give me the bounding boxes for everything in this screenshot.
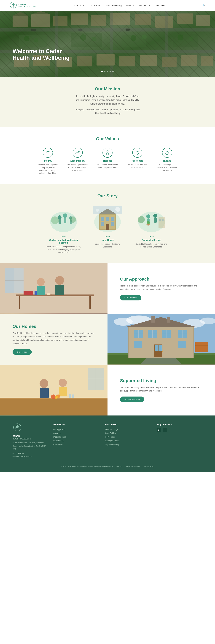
footer-social-heading: Stay Connected — [157, 423, 202, 426]
passionate-icon — [132, 148, 142, 158]
homes-heading: Our Homes — [13, 324, 95, 329]
value-integrity: Integrity We have a strong moral compass… — [37, 148, 59, 174]
svg-point-68 — [108, 227, 109, 228]
svg-point-147 — [59, 379, 67, 387]
footer-bottom: © 2025 Cedar Health & Wellbeing Limited.… — [13, 463, 202, 467]
story-title-1: Cedar Health & Wellbeing Formed — [46, 239, 81, 244]
svg-point-145 — [40, 379, 48, 388]
svg-rect-64 — [111, 217, 114, 221]
respect-title: Respect — [97, 160, 118, 162]
homes-section: Our Homes Our Residential Services provi… — [0, 314, 215, 365]
facebook-icon[interactable]: f — [163, 428, 167, 432]
svg-rect-62 — [101, 217, 104, 221]
footer-phone: 01772 434280 — [13, 452, 47, 455]
story-item-3: 2023 Supported Living Started to Support… — [134, 206, 169, 254]
hero-dot-5[interactable] — [112, 71, 114, 72]
svg-point-57 — [51, 216, 59, 224]
svg-rect-83 — [162, 219, 163, 221]
footer-link-grey-gables: Grey Gables — [105, 432, 151, 434]
nav-about-us[interactable]: About Us — [126, 4, 134, 7]
supported-image — [0, 365, 108, 416]
story-title-3: Supported Living — [134, 239, 169, 241]
approach-image-inner — [0, 263, 108, 314]
footer-link-supported: Supported Living — [105, 443, 151, 446]
respect-icon — [102, 148, 113, 158]
svg-point-95 — [37, 278, 45, 286]
footer-brand-name: CEDAR — [13, 435, 47, 437]
svg-rect-152 — [69, 394, 71, 398]
mission-section: Our Mission To provide the highest quali… — [0, 77, 215, 127]
nurture-desc: We encourage and believe in improvement … — [156, 163, 178, 172]
footer-link-work: Work For Us — [53, 439, 99, 442]
story-title-2: Holly House — [90, 239, 125, 241]
value-passionate: Passionate We are driven by a love for w… — [126, 148, 148, 174]
svg-point-135 — [162, 351, 163, 352]
svg-rect-80 — [154, 218, 157, 223]
footer-who-links: Our Approach About Us Meet The Team Work… — [53, 428, 99, 446]
nav-contact-us[interactable]: Contact Us — [155, 4, 165, 7]
supported-section: Supported Living Our Supported Living Se… — [0, 365, 215, 416]
svg-rect-54 — [64, 218, 66, 223]
svg-rect-89 — [0, 263, 108, 313]
story-year-3: 2023 — [134, 236, 169, 238]
svg-rect-52 — [59, 219, 61, 224]
hero-dot-3[interactable] — [107, 71, 108, 72]
hero-dot-1[interactable] — [101, 71, 103, 72]
hero-pagination — [101, 71, 114, 72]
logo[interactable]: CEDAR HEALTH & WELLBEING — [10, 2, 37, 10]
homes-desc: Our Residential Services provide housing… — [13, 332, 95, 345]
svg-point-97 — [55, 276, 64, 285]
supported-button[interactable]: Supported Living — [120, 396, 144, 402]
footer-copyright: © 2025 Cedar Health & Wellbeing Limited.… — [61, 466, 122, 467]
passionate-title: Passionate — [126, 160, 148, 162]
approach-button[interactable]: Our Approach — [120, 295, 141, 300]
footer-privacy[interactable]: Privacy Policy — [144, 466, 154, 467]
svg-point-72 — [96, 208, 99, 212]
search-icon[interactable]: 🔍 — [202, 4, 205, 7]
mission-para-2: To support people to reach their full po… — [75, 108, 140, 115]
logo-name: CEDAR — [19, 4, 37, 6]
value-accountability: Accountability We encourage everyone to … — [67, 148, 89, 174]
story-item-1: 2021 Cedar Health & Wellbeing Formed By … — [46, 206, 81, 254]
approach-desc: From our initial assessment and througho… — [120, 284, 202, 291]
story-item-2: 2022 Holly House Opened in Rishton, Hynd… — [90, 206, 125, 254]
hero-dot-4[interactable] — [110, 71, 111, 72]
svg-point-46 — [77, 151, 78, 152]
footer-col-social: Stay Connected in f — [157, 423, 202, 458]
svg-rect-134 — [158, 345, 162, 351]
svg-marker-136 — [140, 358, 181, 364]
svg-rect-66 — [111, 222, 114, 226]
mission-heading: Our Mission — [31, 86, 184, 91]
nav-supported-living[interactable]: Supported Living — [106, 4, 122, 7]
svg-rect-91 — [19, 296, 20, 309]
footer-terms[interactable]: Terms & Conditions — [126, 466, 140, 467]
nav-our-homes[interactable]: Our Homes — [92, 4, 102, 7]
svg-point-48 — [79, 151, 79, 152]
footer-col-what: What We Do Fulwood Lodge Grey Gables Hol… — [105, 423, 151, 458]
homes-button[interactable]: Our Homes — [13, 349, 32, 355]
footer-link-team: Meet The Team — [53, 436, 99, 438]
nav-work-for-us[interactable]: Work For Us — [139, 4, 150, 7]
svg-point-78 — [147, 221, 150, 224]
nav-our-approach[interactable]: Our Approach — [75, 4, 87, 7]
footer-contact: 8 East Terrace Business Park, Ordnance H… — [13, 441, 47, 458]
footer-link-wellington: Wellington Road — [105, 439, 151, 442]
hero-dot-2[interactable] — [104, 71, 105, 72]
hero-title: Welcome to Cedar Health and Wellbeing — [13, 48, 75, 61]
svg-rect-92 — [89, 296, 91, 309]
story-desc-2: Opened in Rishton, Hyndburn, Lancashire. — [90, 242, 125, 248]
footer-link-fulwood: Fulwood Lodge — [105, 428, 151, 431]
homes-image — [108, 314, 215, 365]
svg-rect-131 — [178, 340, 186, 348]
linkedin-icon[interactable]: in — [157, 428, 161, 432]
svg-rect-148 — [59, 387, 67, 396]
svg-point-71 — [115, 207, 120, 212]
svg-rect-137 — [195, 342, 208, 352]
story-year-1: 2021 — [46, 236, 81, 238]
values-grid: Integrity We have a strong moral compass… — [13, 148, 202, 174]
svg-point-151 — [55, 396, 58, 399]
svg-rect-153 — [72, 394, 74, 398]
story-year-2: 2022 — [90, 236, 125, 238]
svg-point-84 — [138, 216, 145, 223]
logo-sub: HEALTH & WELLBEING — [19, 6, 37, 7]
